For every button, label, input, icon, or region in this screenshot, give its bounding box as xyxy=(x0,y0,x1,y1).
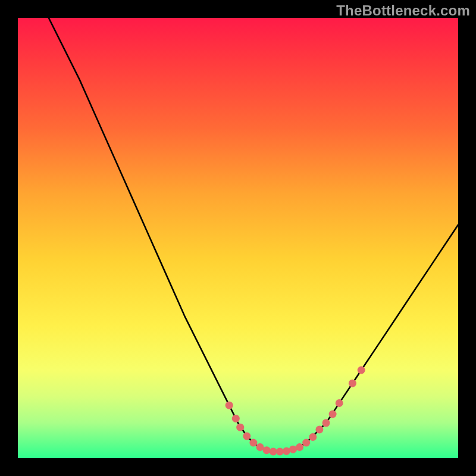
data-marker xyxy=(226,402,233,409)
data-marker xyxy=(249,439,257,447)
data-marker xyxy=(256,443,264,451)
data-marker xyxy=(358,367,365,374)
watermark-text: TheBottleneck.com xyxy=(336,2,470,19)
data-marker xyxy=(315,425,323,433)
data-marker xyxy=(276,447,284,455)
data-marker xyxy=(289,446,297,453)
plot-area xyxy=(18,18,458,458)
data-marker xyxy=(283,447,290,455)
data-marker xyxy=(270,447,277,455)
plot-svg xyxy=(18,18,458,458)
data-marker xyxy=(263,446,271,454)
data-marker xyxy=(349,380,356,387)
data-markers xyxy=(226,367,365,456)
data-marker xyxy=(243,433,250,440)
data-marker xyxy=(329,411,337,418)
data-marker xyxy=(309,433,317,441)
data-marker xyxy=(232,415,240,422)
data-marker xyxy=(296,443,303,451)
data-marker xyxy=(322,419,330,427)
bottleneck-curve xyxy=(49,18,458,452)
data-marker xyxy=(236,424,244,431)
data-marker xyxy=(336,399,343,407)
chart-stage: TheBottleneck.com xyxy=(0,0,476,476)
data-marker xyxy=(302,439,310,447)
